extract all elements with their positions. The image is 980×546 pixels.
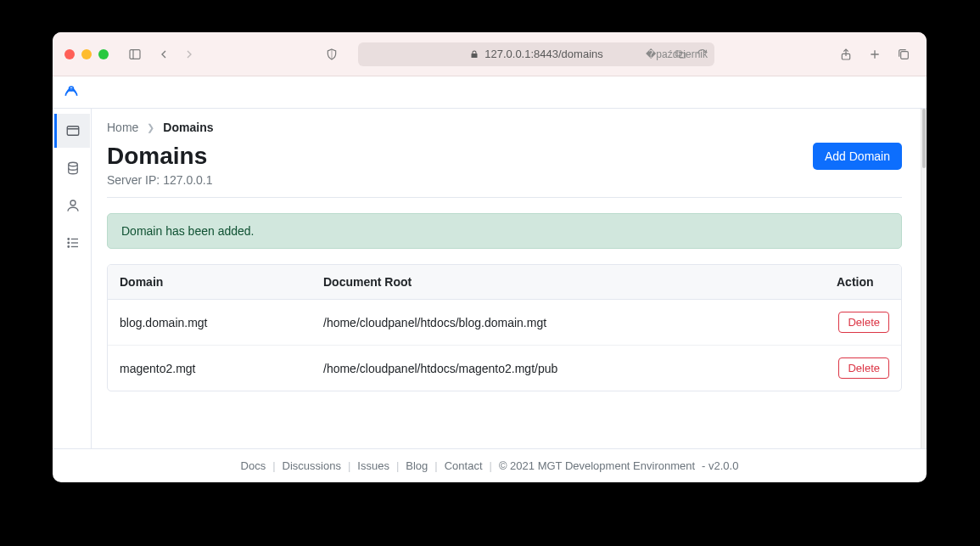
- svg-point-11: [69, 162, 78, 166]
- cell-domain[interactable]: blog.domain.mgt: [108, 300, 311, 346]
- svg-point-17: [68, 242, 70, 244]
- svg-rect-2: [675, 50, 681, 55]
- sidebar-item-users[interactable]: [54, 189, 90, 222]
- reload-icon[interactable]: [697, 48, 708, 59]
- svg-point-16: [68, 239, 70, 240]
- app-topbar: [53, 76, 927, 109]
- database-icon: [65, 160, 81, 176]
- user-icon: [65, 198, 81, 213]
- content-area: Home ❯ Domains Domains Server IP: 127.0.…: [92, 109, 921, 448]
- delete-button[interactable]: Delete: [838, 357, 889, 379]
- cell-docroot: /home/cloudpanel/htdocs/magento2.mgt/pub: [311, 346, 825, 391]
- lock-icon: [469, 49, 479, 59]
- footer-link-blog[interactable]: Blog: [406, 459, 428, 472]
- sidebar-toggle-icon[interactable]: [124, 45, 146, 64]
- delete-button[interactable]: Delete: [838, 312, 889, 333]
- minimize-window-button[interactable]: [81, 49, 92, 59]
- breadcrumb-home[interactable]: Home: [107, 121, 138, 134]
- window-controls: [64, 49, 109, 59]
- add-domain-button[interactable]: Add Domain: [813, 143, 902, 170]
- footer-link-contact[interactable]: Contact: [445, 459, 483, 472]
- cell-docroot: /home/cloudpanel/htdocs/blog.domain.mgt: [311, 300, 825, 346]
- col-header-docroot: Document Root: [311, 265, 825, 300]
- server-ip-label: Server IP:: [107, 173, 160, 187]
- sidebar: [53, 109, 92, 448]
- domains-table: Domain Document Root Action blog.domain.…: [107, 264, 902, 391]
- list-icon: [65, 235, 81, 250]
- sidebar-item-services[interactable]: [54, 226, 90, 260]
- server-ip-value: 127.0.0.1: [163, 173, 212, 187]
- table-row: blog.domain.mgt /home/cloudpanel/htdocs/…: [108, 300, 901, 346]
- svg-point-12: [70, 200, 76, 205]
- footer-link-docs[interactable]: Docs: [241, 459, 266, 472]
- footer-link-discussions[interactable]: Discussions: [283, 459, 341, 472]
- app-main: Home ❯ Domains Domains Server IP: 127.0.…: [53, 109, 927, 448]
- close-window-button[interactable]: [64, 49, 75, 59]
- translate-icon[interactable]: [675, 48, 686, 60]
- window-icon: [65, 123, 81, 138]
- svg-rect-9: [67, 127, 79, 136]
- app-logo-icon[interactable]: [63, 82, 80, 103]
- address-bar[interactable]: 127.0.0.1:8443/domains �październik: [358, 42, 714, 66]
- sidebar-item-databases[interactable]: [54, 151, 90, 185]
- svg-point-18: [68, 246, 70, 248]
- page-title: Domains: [107, 143, 213, 170]
- back-button[interactable]: [153, 45, 175, 64]
- table-row: magento2.mgt /home/cloudpanel/htdocs/mag…: [108, 346, 901, 391]
- url-text: 127.0.0.1:8443/domains: [484, 48, 603, 60]
- new-tab-icon[interactable]: [864, 45, 886, 64]
- cell-domain[interactable]: magento2.mgt: [108, 346, 311, 391]
- maximize-window-button[interactable]: [98, 49, 109, 59]
- app-frame: Home ❯ Domains Domains Server IP: 127.0.…: [53, 76, 927, 482]
- page-header: Domains Server IP: 127.0.0.1 Add Domain: [107, 143, 902, 198]
- breadcrumb: Home ❯ Domains: [107, 121, 902, 134]
- footer-copyright: © 2021 MGT Development Environment: [499, 459, 695, 472]
- svg-rect-7: [901, 51, 909, 59]
- sidebar-item-domains[interactable]: [54, 114, 90, 148]
- scrollbar-thumb[interactable]: [922, 109, 926, 168]
- share-icon[interactable]: [835, 45, 857, 64]
- titlebar: 127.0.0.1:8443/domains �październik: [53, 32, 927, 76]
- tabs-overview-icon[interactable]: [893, 45, 915, 64]
- chevron-right-icon: ❯: [147, 122, 154, 133]
- breadcrumb-current: Domains: [163, 121, 213, 134]
- svg-rect-0: [130, 49, 140, 59]
- alert-message: Domain has been added.: [121, 224, 254, 238]
- footer: Docs | Discussions | Issues | Blog | Con…: [53, 448, 927, 482]
- server-ip-info: Server IP: 127.0.0.1: [107, 173, 213, 187]
- browser-window: 127.0.0.1:8443/domains �październik: [53, 32, 927, 482]
- forward-button[interactable]: [178, 45, 200, 64]
- scrollbar[interactable]: [921, 109, 927, 448]
- svg-rect-3: [680, 53, 686, 58]
- footer-version: - v2.0.0: [702, 459, 738, 472]
- success-alert: Domain has been added.: [107, 213, 902, 249]
- col-header-domain: Domain: [108, 265, 311, 300]
- shield-icon[interactable]: [321, 45, 343, 64]
- footer-link-issues[interactable]: Issues: [357, 459, 389, 472]
- col-header-action: Action: [825, 265, 901, 300]
- nav-buttons: [153, 45, 200, 64]
